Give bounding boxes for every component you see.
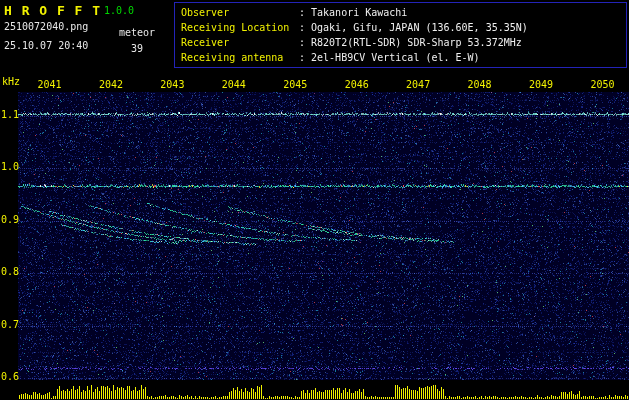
- time-tick-label: 2048: [466, 79, 493, 90]
- info-row-observer: Observer: Takanori Kawachi: [181, 5, 626, 20]
- time-tick-label: 2045: [282, 79, 309, 90]
- info-value: : R820T2(RTL-SDR) SDR-Sharp 53.372MHz: [299, 37, 522, 48]
- info-row-receiver: Receiver: R820T2(RTL-SDR) SDR-Sharp 53.3…: [181, 35, 626, 50]
- time-tick-label: 2041: [36, 79, 63, 90]
- time-tick-label: 2050: [589, 79, 616, 90]
- signal-level-bar: [18, 380, 629, 400]
- app-version: 1.0.0: [104, 5, 134, 16]
- time-tick-label: 2046: [343, 79, 370, 90]
- info-row-location: Receiving Location: Ogaki, Gifu, JAPAN (…: [181, 20, 626, 35]
- info-label: Receiver: [181, 35, 299, 50]
- time-axis: 2041 2042 2043 2044 2045 2046 2047 2048 …: [36, 79, 616, 90]
- time-tick-label: 2043: [159, 79, 186, 90]
- freq-tick-label: 0.7: [1, 319, 18, 330]
- time-tick-label: 2042: [97, 79, 124, 90]
- echo-count: 39: [131, 43, 143, 54]
- time-tick-label: 2047: [405, 79, 432, 90]
- app-title: H R O F F T: [4, 3, 101, 18]
- info-label: Observer: [181, 5, 299, 20]
- freq-tick-label: 0.6: [1, 371, 18, 382]
- mode-label: meteor: [119, 27, 155, 38]
- timestamp: 25.10.07 20:40: [4, 40, 88, 51]
- spectrogram-plot: [18, 92, 629, 380]
- time-tick-label: 2044: [220, 79, 247, 90]
- info-label: Receiving antenna: [181, 50, 299, 65]
- freq-tick-label: 1.0: [1, 161, 18, 172]
- info-value: : Ogaki, Gifu, JAPAN (136.60E, 35.35N): [299, 22, 528, 33]
- freq-tick-label: 1.1: [1, 109, 18, 120]
- freq-tick-label: 0.8: [1, 266, 18, 277]
- khz-unit-label: kHz: [2, 76, 20, 87]
- info-row-antenna: Receiving antenna: 2el-HB9CV Vertical (e…: [181, 50, 626, 65]
- info-value: : Takanori Kawachi: [299, 7, 407, 18]
- info-value: : 2el-HB9CV Vertical (el. E-W): [299, 52, 480, 63]
- hrofft-window: H R O F F T 1.0.0 2510072040.png meteor …: [0, 0, 629, 400]
- time-tick-label: 2049: [528, 79, 555, 90]
- freq-tick-label: 0.9: [1, 214, 18, 225]
- observer-info-panel: Observer: Takanori Kawachi Receiving Loc…: [174, 2, 627, 68]
- info-label: Receiving Location: [181, 20, 299, 35]
- output-filename: 2510072040.png: [4, 21, 88, 32]
